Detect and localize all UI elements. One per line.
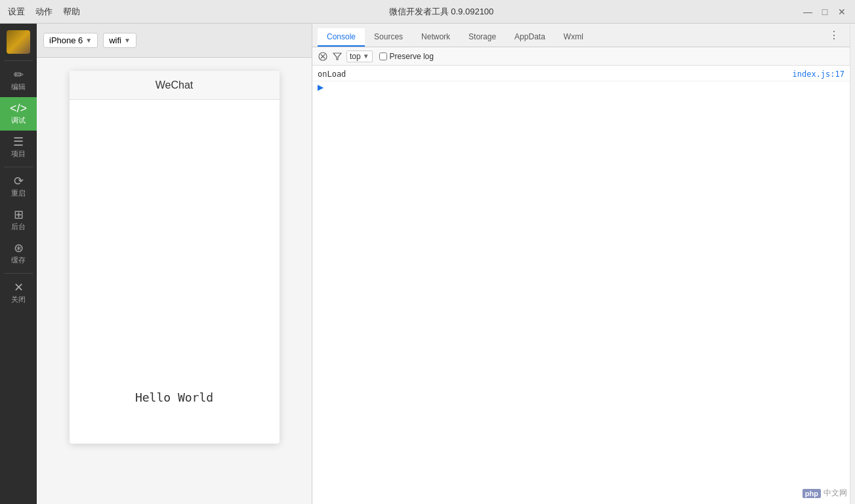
console-toolbar: top ▼ Preserve log [312, 47, 850, 66]
sidebar-item-backend[interactable]: ⊞ 后台 [0, 203, 37, 237]
network-chevron-icon: ▼ [124, 37, 131, 44]
preserve-log-checkbox[interactable] [379, 52, 387, 60]
main-layout: ✏ 编辑 </> 调试 ☰ 项目 ⟳ 重启 ⊞ 后台 ⊛ 缓存 ✕ 关闭 [0, 24, 855, 504]
console-log-link-onload[interactable]: index.js:17 [793, 70, 845, 79]
phone-nav-bar: WeChat [70, 71, 280, 100]
preserve-log-label: Preserve log [390, 52, 434, 61]
console-expand-arrow[interactable]: ▶ [318, 83, 323, 92]
backend-icon: ⊞ [14, 209, 24, 220]
close-icon: ✕ [14, 282, 24, 293]
phone-content: Hello World [70, 100, 280, 444]
tab-network[interactable]: Network [412, 28, 459, 47]
device-chevron-icon: ▼ [85, 37, 92, 44]
context-select[interactable]: top ▼ [346, 51, 373, 62]
close-button[interactable]: ✕ [837, 7, 847, 17]
sidebar-label-debug: 调试 [11, 116, 26, 125]
sidebar-label-cache: 缓存 [11, 255, 26, 265]
svg-marker-3 [333, 53, 341, 60]
sidebar-item-edit[interactable]: ✏ 编辑 [0, 64, 37, 97]
devtools-tabs: Console Sources Network Storage AppData … [312, 24, 850, 47]
site-name: 中文网 [824, 488, 847, 499]
phone-screen: WeChat Hello World [70, 71, 280, 444]
phone-title: WeChat [156, 79, 194, 91]
sidebar-divider-2 [4, 167, 33, 167]
filter-button[interactable] [332, 51, 343, 62]
maximize-button[interactable]: □ [820, 7, 830, 17]
console-log-onload: onLoad index.js:17 [312, 68, 850, 81]
simulator-toolbar: iPhone 6 ▼ wifi ▼ [37, 24, 312, 58]
menu-action[interactable]: 动作 [35, 6, 52, 18]
hello-world-text: Hello World [135, 390, 213, 404]
device-name: iPhone 6 [49, 35, 83, 45]
sidebar-item-close[interactable]: ✕ 关闭 [0, 276, 37, 310]
sidebar-label-edit: 编辑 [11, 82, 26, 92]
sidebar-divider-1 [4, 60, 33, 61]
avatar-image [7, 30, 30, 54]
cache-icon: ⊛ [14, 242, 24, 254]
tab-console[interactable]: Console [318, 28, 365, 47]
simulator-frame: WeChat Hello World [37, 58, 312, 504]
sidebar-item-project[interactable]: ☰ 项目 [0, 131, 37, 164]
sidebar-label-backend: 后台 [11, 222, 26, 232]
sidebar-label-project: 项目 [11, 149, 26, 159]
edit-icon: ✏ [14, 69, 24, 81]
menu-settings[interactable]: 设置 [8, 6, 25, 18]
project-icon: ☰ [13, 136, 24, 148]
sidebar-item-debug[interactable]: </> 调试 [0, 97, 37, 131]
sidebar-label-close: 关闭 [11, 295, 26, 304]
clear-icon [318, 52, 327, 61]
avatar[interactable] [7, 30, 30, 54]
console-log-text-onload: onLoad [318, 70, 793, 79]
network-name: wifi [109, 35, 121, 45]
context-value: top [350, 52, 361, 61]
devtools-scrollbar [850, 24, 855, 504]
console-output: onLoad index.js:17 ▶ [312, 66, 850, 504]
app-title: 微信开发者工具 0.9.092100 [80, 6, 803, 18]
context-chevron-icon: ▼ [363, 52, 369, 60]
title-bar-menus: 设置 动作 帮助 [8, 6, 80, 18]
menu-help[interactable]: 帮助 [63, 6, 80, 18]
filter-icon [333, 52, 342, 61]
tab-more-button[interactable]: ⋮ [824, 25, 845, 45]
restart-icon: ⟳ [14, 175, 24, 187]
device-select[interactable]: iPhone 6 ▼ [43, 33, 98, 48]
sidebar-label-restart: 重启 [11, 188, 26, 198]
debug-icon: </> [10, 102, 27, 114]
sidebar: ✏ 编辑 </> 调试 ☰ 项目 ⟳ 重启 ⊞ 后台 ⊛ 缓存 ✕ 关闭 [0, 24, 37, 504]
tab-wxml[interactable]: Wxml [554, 28, 593, 47]
sidebar-item-cache[interactable]: ⊛ 缓存 [0, 237, 37, 270]
bottom-logo: php 中文网 [803, 488, 847, 499]
title-bar: 设置 动作 帮助 微信开发者工具 0.9.092100 — □ ✕ [0, 0, 855, 24]
window-controls: — □ ✕ [803, 7, 847, 17]
simulator-area: iPhone 6 ▼ wifi ▼ WeChat Hello World [37, 24, 312, 504]
devtools-area: Console Sources Network Storage AppData … [312, 24, 850, 504]
tab-sources[interactable]: Sources [365, 28, 412, 47]
tab-appdata[interactable]: AppData [505, 28, 554, 47]
clear-console-button[interactable] [318, 51, 328, 62]
console-arrow-line: ▶ [312, 81, 850, 93]
tab-storage[interactable]: Storage [459, 28, 505, 47]
minimize-button[interactable]: — [803, 7, 813, 17]
network-select[interactable]: wifi ▼ [103, 33, 136, 48]
sidebar-item-restart[interactable]: ⟳ 重启 [0, 170, 37, 203]
php-logo: php [803, 489, 821, 498]
preserve-log-container: Preserve log [379, 52, 434, 61]
sidebar-divider-3 [4, 273, 33, 274]
